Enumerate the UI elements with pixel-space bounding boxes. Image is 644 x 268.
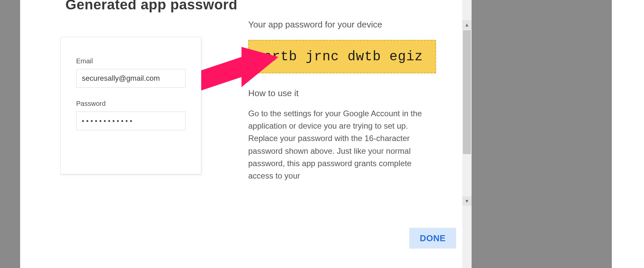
generated-password-box[interactable]: srtb jrnc dwtb egiz	[248, 40, 436, 73]
modal-scrollbar: ▲ ▼	[462, 0, 472, 268]
email-field-block: Email	[76, 57, 185, 88]
page-background-left	[0, 0, 20, 268]
scroll-thumb[interactable]	[463, 30, 471, 154]
login-example-card: Email Password ••••••••••••	[60, 37, 201, 174]
password-label: Password	[76, 100, 185, 108]
scroll-down-button[interactable]: ▼	[462, 196, 472, 206]
howto-heading: How to use it	[248, 88, 436, 98]
page-background-strip	[472, 0, 612, 268]
email-label: Email	[76, 57, 185, 65]
password-field[interactable]: ••••••••••••	[76, 112, 185, 130]
page-edge-panel	[612, 0, 644, 268]
page-background-right: ▲ ▼	[462, 0, 644, 268]
password-subheading: Your app password for your device	[248, 19, 436, 30]
done-button[interactable]: DONE	[409, 228, 456, 249]
scroll-up-button[interactable]: ▲	[462, 20, 472, 29]
instructions-column: Your app password for your device srtb j…	[248, 19, 436, 182]
email-field[interactable]	[76, 69, 185, 88]
app-password-modal: Generated app password Email Password ••…	[20, 0, 462, 268]
password-field-block: Password ••••••••••••	[76, 100, 185, 130]
howto-body-text: Go to the settings for your Google Accou…	[248, 107, 429, 182]
modal-title: Generated app password	[65, 0, 237, 13]
